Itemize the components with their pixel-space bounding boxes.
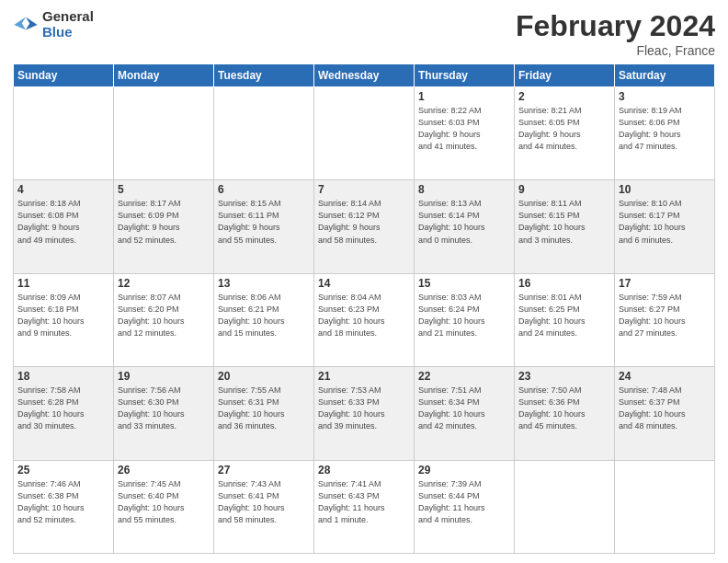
day-info: Sunrise: 7:53 AM Sunset: 6:33 PM Dayligh… (318, 385, 410, 432)
calendar-title: February 2024 (516, 9, 715, 43)
day-info: Sunrise: 8:15 AM Sunset: 6:11 PM Dayligh… (218, 198, 310, 246)
weekday-header-monday: Monday (114, 64, 214, 87)
day-number: 12 (118, 277, 210, 290)
day-cell: 12Sunrise: 8:07 AM Sunset: 6:20 PM Dayli… (114, 273, 214, 366)
day-cell: 13Sunrise: 8:06 AM Sunset: 6:21 PM Dayli… (214, 273, 314, 366)
day-number: 8 (418, 183, 510, 196)
day-cell: 27Sunrise: 7:43 AM Sunset: 6:41 PM Dayli… (214, 460, 314, 553)
day-number: 9 (518, 183, 610, 196)
day-info: Sunrise: 8:10 AM Sunset: 6:17 PM Dayligh… (619, 198, 711, 246)
day-cell (14, 87, 114, 180)
day-number: 13 (218, 277, 310, 290)
day-number: 17 (619, 277, 711, 290)
day-cell: 14Sunrise: 8:04 AM Sunset: 6:23 PM Dayli… (314, 273, 415, 366)
day-cell (214, 87, 314, 180)
day-info: Sunrise: 8:22 AM Sunset: 6:03 PM Dayligh… (418, 105, 510, 153)
day-cell: 11Sunrise: 8:09 AM Sunset: 6:18 PM Dayli… (14, 273, 114, 366)
week-row-4: 18Sunrise: 7:58 AM Sunset: 6:28 PM Dayli… (14, 367, 715, 460)
logo-blue: Blue (42, 25, 94, 40)
day-number: 6 (218, 183, 310, 196)
weekday-header-saturday: Saturday (615, 64, 715, 87)
day-cell: 6Sunrise: 8:15 AM Sunset: 6:11 PM Daylig… (214, 180, 314, 273)
day-info: Sunrise: 7:48 AM Sunset: 6:37 PM Dayligh… (619, 385, 711, 432)
day-cell: 26Sunrise: 7:45 AM Sunset: 6:40 PM Dayli… (114, 460, 214, 553)
day-info: Sunrise: 8:04 AM Sunset: 6:23 PM Dayligh… (318, 292, 410, 339)
week-row-2: 4Sunrise: 8:18 AM Sunset: 6:08 PM Daylig… (14, 180, 715, 273)
day-cell: 4Sunrise: 8:18 AM Sunset: 6:08 PM Daylig… (14, 180, 114, 273)
day-cell: 28Sunrise: 7:41 AM Sunset: 6:43 PM Dayli… (314, 460, 415, 553)
day-info: Sunrise: 8:13 AM Sunset: 6:14 PM Dayligh… (418, 198, 510, 246)
day-cell (114, 87, 214, 180)
day-info: Sunrise: 8:11 AM Sunset: 6:15 PM Dayligh… (518, 198, 610, 246)
day-number: 21 (318, 370, 410, 383)
day-number: 1 (418, 90, 510, 103)
weekday-header-sunday: Sunday (14, 64, 114, 87)
day-info: Sunrise: 8:14 AM Sunset: 6:12 PM Dayligh… (318, 198, 410, 246)
day-cell (615, 460, 715, 553)
day-number: 20 (218, 370, 310, 383)
day-cell (314, 87, 415, 180)
title-block: February 2024 Fleac, France (516, 9, 715, 58)
day-info: Sunrise: 8:07 AM Sunset: 6:20 PM Dayligh… (118, 292, 210, 339)
weekday-header-row: SundayMondayTuesdayWednesdayThursdayFrid… (14, 64, 715, 87)
day-cell: 25Sunrise: 7:46 AM Sunset: 6:38 PM Dayli… (14, 460, 114, 553)
day-info: Sunrise: 7:55 AM Sunset: 6:31 PM Dayligh… (218, 385, 310, 432)
day-info: Sunrise: 8:03 AM Sunset: 6:24 PM Dayligh… (418, 292, 510, 339)
header: General Blue February 2024 Fleac, France (13, 9, 715, 58)
day-info: Sunrise: 7:56 AM Sunset: 6:30 PM Dayligh… (118, 385, 210, 432)
day-info: Sunrise: 8:09 AM Sunset: 6:18 PM Dayligh… (17, 292, 109, 339)
day-number: 10 (619, 183, 711, 196)
logo: General Blue (13, 9, 94, 40)
weekday-header-wednesday: Wednesday (314, 64, 415, 87)
day-cell: 10Sunrise: 8:10 AM Sunset: 6:17 PM Dayli… (615, 180, 715, 273)
svg-marker-1 (14, 17, 26, 29)
svg-marker-0 (26, 17, 38, 29)
day-cell: 5Sunrise: 8:17 AM Sunset: 6:09 PM Daylig… (114, 180, 214, 273)
day-number: 24 (619, 370, 711, 383)
day-cell: 17Sunrise: 7:59 AM Sunset: 6:27 PM Dayli… (615, 273, 715, 366)
day-info: Sunrise: 7:39 AM Sunset: 6:44 PM Dayligh… (418, 478, 510, 526)
logo-text: General Blue (42, 9, 94, 40)
weekday-header-thursday: Thursday (415, 64, 515, 87)
day-number: 5 (118, 183, 210, 196)
day-cell: 20Sunrise: 7:55 AM Sunset: 6:31 PM Dayli… (214, 367, 314, 460)
weekday-header-tuesday: Tuesday (214, 64, 314, 87)
day-info: Sunrise: 7:46 AM Sunset: 6:38 PM Dayligh… (17, 478, 109, 526)
day-number: 27 (218, 464, 310, 477)
day-cell: 2Sunrise: 8:21 AM Sunset: 6:05 PM Daylig… (515, 87, 615, 180)
day-number: 11 (17, 277, 109, 290)
day-info: Sunrise: 7:50 AM Sunset: 6:36 PM Dayligh… (518, 385, 610, 432)
weekday-header-friday: Friday (515, 64, 615, 87)
day-cell: 24Sunrise: 7:48 AM Sunset: 6:37 PM Dayli… (615, 367, 715, 460)
calendar-page: General Blue February 2024 Fleac, France… (0, 0, 728, 563)
day-info: Sunrise: 8:01 AM Sunset: 6:25 PM Dayligh… (518, 292, 610, 339)
calendar-table: SundayMondayTuesdayWednesdayThursdayFrid… (13, 63, 715, 554)
day-number: 7 (318, 183, 410, 196)
day-info: Sunrise: 7:59 AM Sunset: 6:27 PM Dayligh… (619, 292, 711, 339)
day-info: Sunrise: 7:41 AM Sunset: 6:43 PM Dayligh… (318, 478, 410, 526)
day-cell: 1Sunrise: 8:22 AM Sunset: 6:03 PM Daylig… (415, 87, 515, 180)
day-number: 22 (418, 370, 510, 383)
day-cell: 16Sunrise: 8:01 AM Sunset: 6:25 PM Dayli… (515, 273, 615, 366)
week-row-1: 1Sunrise: 8:22 AM Sunset: 6:03 PM Daylig… (14, 87, 715, 180)
day-info: Sunrise: 7:43 AM Sunset: 6:41 PM Dayligh… (218, 478, 310, 526)
day-info: Sunrise: 7:58 AM Sunset: 6:28 PM Dayligh… (17, 385, 109, 432)
day-number: 16 (518, 277, 610, 290)
day-cell: 9Sunrise: 8:11 AM Sunset: 6:15 PM Daylig… (515, 180, 615, 273)
day-number: 26 (118, 464, 210, 477)
day-info: Sunrise: 8:18 AM Sunset: 6:08 PM Dayligh… (17, 198, 109, 246)
day-cell: 29Sunrise: 7:39 AM Sunset: 6:44 PM Dayli… (415, 460, 515, 553)
day-number: 4 (17, 183, 109, 196)
day-cell: 19Sunrise: 7:56 AM Sunset: 6:30 PM Dayli… (114, 367, 214, 460)
day-cell: 7Sunrise: 8:14 AM Sunset: 6:12 PM Daylig… (314, 180, 415, 273)
logo-general: General (42, 9, 94, 25)
day-info: Sunrise: 8:19 AM Sunset: 6:06 PM Dayligh… (619, 105, 711, 153)
day-info: Sunrise: 8:21 AM Sunset: 6:05 PM Dayligh… (518, 105, 610, 153)
day-info: Sunrise: 8:17 AM Sunset: 6:09 PM Dayligh… (118, 198, 210, 246)
day-cell: 3Sunrise: 8:19 AM Sunset: 6:06 PM Daylig… (615, 87, 715, 180)
day-number: 18 (17, 370, 109, 383)
day-number: 19 (118, 370, 210, 383)
day-number: 29 (418, 464, 510, 477)
day-number: 2 (518, 90, 610, 103)
day-number: 15 (418, 277, 510, 290)
